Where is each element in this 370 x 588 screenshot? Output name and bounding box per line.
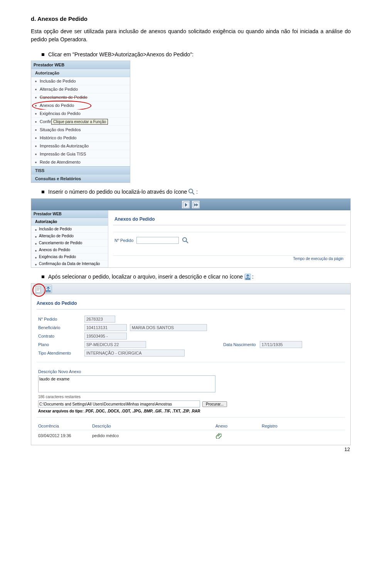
menu-footer[interactable]: Consultas e Relatórios bbox=[31, 174, 130, 182]
th-ocorr: Ocorrência bbox=[38, 424, 92, 428]
bullet-icon bbox=[42, 191, 44, 193]
bullet-2: Inserir o número do pedido ou localizá-l… bbox=[42, 188, 351, 195]
lbl-desc-novo: Descrição Novo Anexo bbox=[38, 369, 343, 374]
menu-item[interactable]: Cancelamento de Pedido bbox=[31, 93, 130, 101]
val-benef-nome: MARIA DOS SANTOS bbox=[130, 324, 207, 331]
lbl-tipoat: Tipo Atendimento bbox=[38, 351, 81, 355]
sidebar-item[interactable]: Cancelamento de Pedido bbox=[31, 240, 108, 247]
toolbar-expand-icon[interactable] bbox=[192, 200, 200, 209]
sidebar-item[interactable]: Inclusão de Pedido bbox=[31, 226, 108, 233]
menu-item[interactable]: Impressão de Guia TISS bbox=[31, 150, 130, 158]
bullet-icon bbox=[42, 53, 44, 56]
detail-grid: Nº Pedido 2678323 Beneficiário 104113131… bbox=[37, 313, 345, 362]
detail-title: Anexos do Pedido bbox=[37, 298, 345, 309]
tooltip: Clique para executar a Função bbox=[51, 119, 108, 125]
screenshot-anexos-form: Prestador WEB Autorização Inclusão de Pe… bbox=[31, 198, 351, 268]
bullet-3-suffix: : bbox=[252, 274, 254, 280]
menu-subheader[interactable]: Autorização bbox=[31, 69, 130, 77]
intro-paragraph: Esta opção deve ser utilizada para inclu… bbox=[31, 27, 351, 44]
menu-item[interactable]: Alteração de Pedido bbox=[31, 85, 130, 93]
val-tipoat: INTERNAÇÃO - CIRÚRGICA bbox=[84, 350, 185, 357]
bullet-3: Após selecionar o pedido, localizar o ar… bbox=[42, 273, 351, 280]
sidebar-item[interactable]: Exigências do Pedido bbox=[31, 253, 108, 260]
sidebar-item[interactable]: Anexos do Pedido bbox=[31, 247, 108, 253]
magnifier-icon bbox=[188, 188, 195, 195]
section-heading: d. Anexos de Pedido bbox=[31, 15, 351, 22]
sidebar-header[interactable]: Prestador WEB bbox=[31, 210, 108, 218]
menu-item[interactable]: Exigências do Pedido bbox=[31, 110, 130, 118]
th-anexo: Anexo bbox=[215, 424, 262, 428]
lbl-plano: Plano bbox=[38, 342, 81, 347]
bullet-1-text: Clicar em "Prestador WEB>Autorização>Ane… bbox=[48, 51, 193, 57]
sidebar-sub[interactable]: Autorização bbox=[31, 218, 108, 226]
bullet-3-text: Após selecionar o pedido, localizar o ar… bbox=[48, 274, 243, 280]
th-desc: Descrição bbox=[92, 424, 215, 428]
np-label: Nº Pedido bbox=[114, 238, 133, 243]
sidebar: Prestador WEB Autorização Inclusão de Pe… bbox=[31, 210, 108, 267]
td-ocorr: 03/04/2012 19:36 bbox=[38, 433, 92, 438]
menu-item-conf[interactable]: ConfirClique para executar a Função bbox=[31, 118, 130, 126]
sidebar-item[interactable]: Confirmação da Data de Internação bbox=[31, 260, 108, 267]
np-input[interactable] bbox=[136, 237, 179, 244]
lbl-dn: Data Nascimento bbox=[223, 342, 256, 347]
file-path-input[interactable] bbox=[38, 400, 200, 407]
screenshot-menu: Prestador WEB Autorização Inclusão de Pe… bbox=[31, 61, 130, 183]
search-icon[interactable] bbox=[182, 237, 189, 244]
td-anexo[interactable] bbox=[215, 432, 262, 439]
menu-item[interactable]: Inclusão de Pedido bbox=[31, 77, 130, 85]
val-plano: SP-MEDICUS 22 bbox=[84, 341, 146, 348]
lbl-benef: Beneficiário bbox=[38, 325, 81, 330]
paperclip-icon[interactable] bbox=[215, 432, 222, 439]
menu-item[interactable]: Histórico do Pedido bbox=[31, 134, 130, 142]
toolbar bbox=[31, 199, 350, 210]
menu-footer[interactable]: TISS bbox=[31, 166, 130, 174]
menu-header[interactable]: Prestador WEB bbox=[31, 61, 130, 69]
bullet-1: Clicar em "Prestador WEB>Autorização>Ane… bbox=[42, 51, 351, 57]
toolbar-doc-icon[interactable] bbox=[34, 285, 42, 293]
toolbar-next-icon[interactable] bbox=[182, 200, 190, 209]
td-desc: pedido médco bbox=[92, 433, 215, 438]
panel-title: Anexos do Pedido bbox=[113, 214, 346, 225]
char-remaining: 186 caracteres restantes bbox=[38, 395, 343, 399]
conf-prefix: Confir bbox=[40, 119, 51, 124]
bullet-2-text: Inserir o número do pedido ou localizá-l… bbox=[48, 189, 187, 195]
main-panel: Anexos do Pedido Nº Pedido Tempo de exec… bbox=[108, 210, 350, 267]
page-number: 12 bbox=[345, 446, 350, 452]
toolbar-upload-icon[interactable] bbox=[44, 285, 52, 293]
detail-toolbar bbox=[31, 284, 350, 294]
val-np: 2678323 bbox=[84, 316, 115, 323]
screenshot-anexos-detail: Anexos do Pedido Nº Pedido 2678323 Benef… bbox=[31, 283, 351, 445]
desc-textarea[interactable]: laudo de exame bbox=[38, 375, 215, 392]
th-reg: Registro bbox=[262, 424, 308, 428]
file-types-hint: Anexar arquivos do tipo: .PDF, .DOC, .DO… bbox=[38, 409, 343, 413]
bullet-2-suffix: : bbox=[196, 189, 198, 195]
menu-item-anexos[interactable]: Anexos do Pedido bbox=[31, 101, 130, 110]
new-attach-section: Descrição Novo Anexo laudo de exame 186 … bbox=[37, 366, 345, 417]
attach-table-header: Ocorrência Descrição Anexo Registro bbox=[37, 421, 345, 430]
exec-time-label: Tempo de execução da págin bbox=[113, 256, 346, 262]
menu-item[interactable]: Situação dos Pedidos bbox=[31, 126, 130, 134]
menu-item[interactable]: Impressão da Autorização bbox=[31, 142, 130, 150]
bullet-icon bbox=[42, 275, 44, 278]
val-contrato: 19503495 - bbox=[84, 333, 127, 340]
browse-button[interactable]: Procurar... bbox=[202, 401, 227, 407]
attach-table-row: 03/04/2012 19:36 pedido médco bbox=[37, 430, 345, 441]
np-row: Nº Pedido bbox=[113, 232, 346, 256]
val-benef-cod: 104113131 bbox=[84, 324, 127, 331]
menu-item[interactable]: Rede de Atendimento bbox=[31, 158, 130, 166]
val-dn: 17/11/1935 bbox=[260, 341, 302, 348]
lbl-np: Nº Pedido bbox=[38, 317, 81, 321]
attach-icon bbox=[244, 273, 251, 280]
lbl-contrato: Contrato bbox=[38, 334, 81, 338]
sidebar-item[interactable]: Alteração de Pedido bbox=[31, 233, 108, 240]
